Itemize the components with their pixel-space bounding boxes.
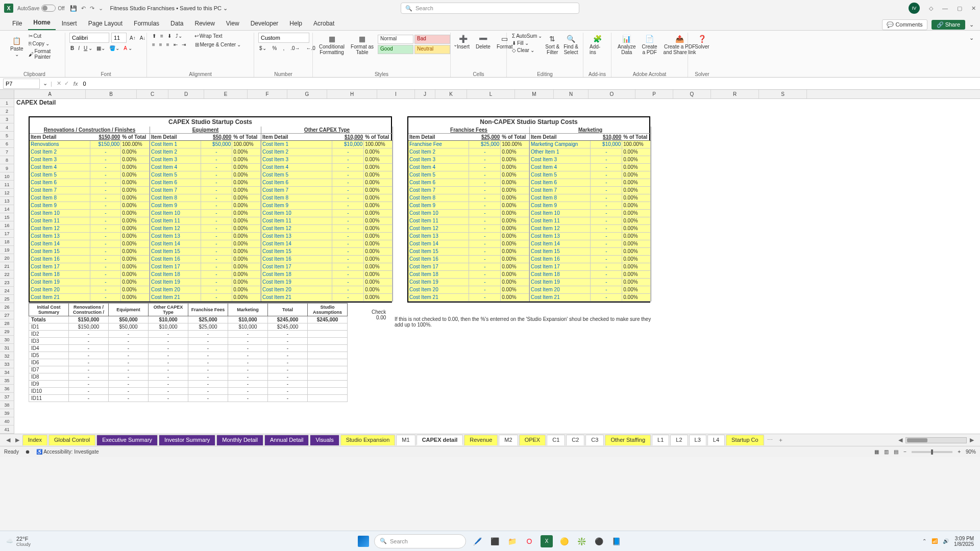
search-box[interactable]: 🔍 Search <box>401 3 579 14</box>
tab-page-layout[interactable]: Page Layout <box>83 17 128 30</box>
zoom-in-icon[interactable]: + <box>958 449 961 455</box>
row-header[interactable]: 2 <box>0 107 14 115</box>
column-header[interactable]: E <box>204 90 248 98</box>
row-header[interactable]: 24 <box>0 287 14 295</box>
row-header[interactable]: 19 <box>0 246 14 254</box>
user-avatar[interactable]: IV <box>909 3 920 14</box>
taskbar-app-icon[interactable]: 🖊️ <box>471 535 483 547</box>
currency-icon[interactable]: $⌄ <box>258 45 267 52</box>
row-header[interactable]: 14 <box>0 205 14 213</box>
row-header[interactable]: 36 <box>0 385 14 393</box>
view-normal-icon[interactable]: ▦ <box>874 449 879 455</box>
font-size-input[interactable] <box>111 33 127 43</box>
sheet-tab[interactable]: Studio Expansion <box>340 435 396 445</box>
column-header[interactable]: J <box>415 90 435 98</box>
row-header[interactable]: 21 <box>0 262 14 270</box>
macro-record-icon[interactable]: ⏺ <box>25 449 30 455</box>
column-header[interactable]: P <box>635 90 673 98</box>
fill-color-button[interactable]: 🪣⌄ <box>108 45 120 52</box>
maximize-icon[interactable]: ▢ <box>957 5 962 12</box>
column-header[interactable]: A <box>14 90 86 98</box>
accessibility-status[interactable]: ♿ Accessibility: Investigate <box>36 449 99 455</box>
format-as-table-button[interactable]: ▦Format as Table <box>349 33 376 56</box>
increase-decimal-icon[interactable]: .0→ <box>289 45 301 52</box>
sheet-tab[interactable]: Visuals <box>310 435 339 445</box>
clock[interactable]: 3:09 PM 1/8/2025 <box>954 536 974 547</box>
column-header[interactable]: N <box>554 90 589 98</box>
tab-developer[interactable]: Developer <box>246 17 284 30</box>
save-icon[interactable]: 💾 <box>70 5 77 12</box>
row-header[interactable]: 30 <box>0 336 14 344</box>
decrease-font-icon[interactable]: A↓ <box>139 35 147 41</box>
clear-button[interactable]: ◇ Clear ⌄ <box>511 47 543 54</box>
row-header[interactable]: 33 <box>0 360 14 368</box>
align-center-icon[interactable]: ≡ <box>158 41 163 48</box>
row-header[interactable]: 10 <box>0 172 14 181</box>
sheet-tab[interactable]: Other Staffing <box>605 435 651 445</box>
column-header[interactable]: K <box>435 90 467 98</box>
row-header[interactable]: 35 <box>0 377 14 385</box>
column-header[interactable]: I <box>377 90 415 98</box>
sheet-tab[interactable]: L2 <box>670 435 688 445</box>
align-right-icon[interactable]: ≡ <box>165 41 170 48</box>
undo-icon[interactable]: ↶ <box>81 5 86 12</box>
autosave-toggle[interactable]: AutoSave Off <box>17 5 65 12</box>
column-header[interactable]: O <box>589 90 635 98</box>
row-header[interactable]: 1 <box>0 99 14 107</box>
row-header[interactable]: 11 <box>0 181 14 189</box>
column-header[interactable]: H <box>327 90 377 98</box>
sheet-tab[interactable]: CAPEX detail <box>416 435 463 445</box>
tab-acrobat[interactable]: Acrobat <box>308 17 339 30</box>
excel-icon[interactable]: X <box>541 535 553 547</box>
row-header[interactable]: 27 <box>0 311 14 319</box>
row-header[interactable]: 32 <box>0 352 14 360</box>
cut-button[interactable]: ✂ Cut <box>28 33 61 39</box>
zoom-slider[interactable] <box>912 451 952 453</box>
zoom-out-icon[interactable]: − <box>903 449 906 455</box>
row-header[interactable]: 6 <box>0 140 14 148</box>
row-header[interactable]: 18 <box>0 238 14 246</box>
hscroll-left-icon[interactable]: ◀ <box>896 437 904 443</box>
analyze-data-button[interactable]: 📊Analyze Data <box>616 33 638 56</box>
sort-filter-button[interactable]: ⇅Sort & Filter <box>543 33 561 56</box>
share-button[interactable]: 🔗 Share <box>932 20 965 30</box>
sheet-tab[interactable]: M2 <box>499 435 518 445</box>
row-header[interactable]: 13 <box>0 197 14 205</box>
sheet-tab[interactable]: OPEX <box>519 435 546 445</box>
ribbon-expand-icon[interactable]: ⌄ <box>969 35 974 41</box>
border-button[interactable]: ▦⌄ <box>95 45 106 52</box>
taskbar-app-icon[interactable]: 📘 <box>610 535 622 547</box>
sheet-nav-next-icon[interactable]: ▶ <box>13 437 21 443</box>
close-icon[interactable]: ✕ <box>971 5 976 12</box>
sheet-tab[interactable]: Startup Co <box>726 435 764 445</box>
row-header[interactable]: 8 <box>0 156 14 164</box>
horizontal-scrollbar[interactable] <box>905 437 967 443</box>
column-header[interactable]: C <box>137 90 168 98</box>
row-header[interactable]: 12 <box>0 189 14 197</box>
name-box[interactable] <box>3 79 40 89</box>
tab-view[interactable]: View <box>221 17 244 30</box>
align-bottom-icon[interactable]: ⬇ <box>166 33 173 39</box>
column-header[interactable]: R <box>711 90 759 98</box>
row-header[interactable]: 15 <box>0 213 14 221</box>
align-top-icon[interactable]: ⬆ <box>151 33 157 39</box>
fill-button[interactable]: ⬇ Fill ⌄ <box>511 40 543 46</box>
cell-style-bad[interactable]: Bad <box>414 35 450 44</box>
sheet-nav-prev-icon[interactable]: ◀ <box>4 437 12 443</box>
paste-button[interactable]: 📋Paste⌄ <box>8 35 26 58</box>
ribbon-collapse-icon[interactable]: ⌄ <box>969 21 974 28</box>
row-header[interactable]: 9 <box>0 164 14 172</box>
tab-home[interactable]: Home <box>28 16 55 30</box>
row-header[interactable]: 7 <box>0 148 14 156</box>
sheet-more-icon[interactable]: ⋯ <box>765 437 775 443</box>
row-header[interactable]: 41 <box>0 425 14 434</box>
row-header[interactable]: 23 <box>0 279 14 287</box>
view-page-layout-icon[interactable]: ▥ <box>884 449 889 455</box>
weather-widget[interactable]: ☁️ 22°FCloudy <box>6 536 31 547</box>
delete-cells-button[interactable]: ➖Delete <box>474 33 493 51</box>
column-header[interactable]: F <box>248 90 287 98</box>
sheet-tab[interactable]: Monthly Detail <box>216 435 263 445</box>
insert-cells-button[interactable]: ➕Insert <box>455 33 472 51</box>
volume-icon[interactable]: 🔊 <box>943 538 949 544</box>
sheet-tab[interactable]: Index <box>22 435 47 445</box>
